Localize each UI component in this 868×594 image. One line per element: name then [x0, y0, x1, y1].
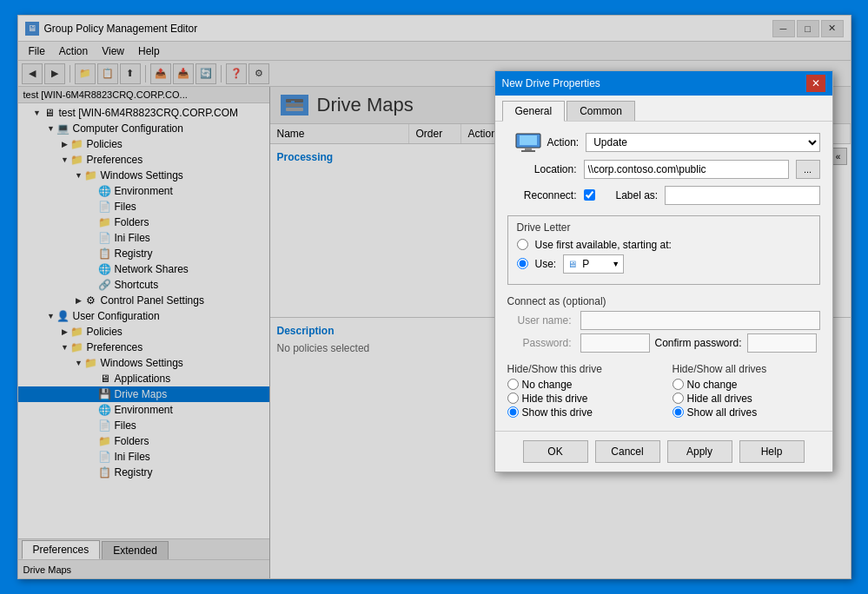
label-as-input[interactable]: [665, 186, 819, 205]
hide-all-label: Hide all drives: [687, 393, 752, 405]
new-drive-properties-dialog: New Drive Properties ✕ General Common: [494, 70, 833, 472]
confirm-password-input[interactable]: [747, 333, 817, 353]
username-label: User name:: [507, 314, 577, 327]
radio-use[interactable]: [517, 258, 528, 269]
no-change-2-label: No change: [687, 379, 738, 391]
radio-no-change-2-row: No change: [673, 379, 820, 391]
action-row: Action: Update Create Delete Replace: [507, 132, 820, 153]
dialog-body: Action: Update Create Delete Replace Loc…: [495, 122, 832, 431]
confirm-password-label: Confirm password:: [655, 337, 742, 349]
browse-button[interactable]: ...: [796, 160, 820, 179]
drive-letter-title: Drive Letter: [517, 221, 811, 234]
radio-hide-all-row: Hide all drives: [673, 393, 820, 405]
radio-first-available-row: Use first available, starting at:: [517, 239, 811, 251]
password-input[interactable]: [580, 333, 650, 353]
dialog-overlay: New Drive Properties ✕ General Common: [18, 16, 851, 578]
monitor-icon: [514, 132, 542, 153]
no-change-1-label: No change: [522, 379, 573, 391]
drive-letter-combo[interactable]: 🖥 P ▼: [563, 254, 624, 274]
ok-button[interactable]: OK: [523, 440, 588, 463]
radio-show-all-drives[interactable]: [673, 406, 684, 418]
radio-first-available-label: Use first available, starting at:: [535, 239, 672, 251]
dialog-close-button[interactable]: ✕: [806, 75, 825, 92]
reconnect-checkbox[interactable]: [584, 189, 595, 201]
radio-no-change-1[interactable]: [507, 379, 519, 390]
radio-show-all-row: Show all drives: [673, 406, 820, 419]
svg-rect-6: [525, 148, 532, 150]
hide-show-drive-group: Hide/Show this drive No change Hide this…: [507, 363, 655, 420]
help-button[interactable]: Help: [739, 440, 805, 463]
reconnect-label: Reconnect:: [507, 189, 577, 201]
label-as-label: Label as:: [616, 189, 659, 201]
reconnect-row: Reconnect: Label as:: [507, 186, 820, 205]
drive-letter-group: Drive Letter Use first available, starti…: [507, 215, 820, 285]
tab-general[interactable]: General: [502, 101, 566, 122]
svg-rect-5: [520, 135, 537, 145]
drive-letter-value: P: [582, 258, 589, 270]
location-row: Location: ...: [507, 160, 820, 179]
tab-common[interactable]: Common: [567, 101, 635, 121]
radio-use-row: Use: 🖥 P ▼: [517, 254, 811, 274]
dialog-titlebar: New Drive Properties ✕: [495, 71, 832, 96]
main-window: 🖥 Group Policy Management Editor ─ □ ✕ F…: [17, 15, 851, 579]
radio-hide-drive[interactable]: [507, 393, 519, 404]
hide-show-drive-title: Hide/Show this drive: [507, 363, 655, 375]
drive-letter-icon: 🖥: [567, 259, 577, 269]
radio-no-change-2[interactable]: [673, 379, 684, 390]
password-label: Password:: [507, 337, 577, 349]
dialog-title: New Drive Properties: [502, 77, 806, 89]
apply-button[interactable]: Apply: [667, 440, 732, 463]
radio-first-available[interactable]: [517, 239, 528, 250]
action-label: Action:: [547, 136, 580, 148]
dialog-tabs: General Common: [495, 96, 832, 122]
show-all-label: Show all drives: [687, 406, 758, 419]
action-select[interactable]: Update Create Delete Replace: [586, 133, 819, 152]
radio-hide-all-drives[interactable]: [673, 393, 684, 404]
dropdown-arrow-icon: ▼: [612, 260, 620, 268]
radio-hide-drive-row: Hide this drive: [507, 393, 655, 405]
show-drive-label: Show this drive: [522, 406, 593, 419]
cancel-button[interactable]: Cancel: [595, 440, 660, 463]
connect-as-grid: User name: Password: Confirm password:: [507, 311, 820, 353]
password-inputs: Confirm password:: [580, 333, 820, 353]
hide-show-container: Hide/Show this drive No change Hide this…: [507, 363, 820, 420]
radio-no-change-1-row: No change: [507, 379, 655, 391]
hide-drive-label: Hide this drive: [522, 393, 588, 405]
hide-show-all-group: Hide/Show all drives No change Hide all …: [673, 363, 820, 420]
connect-as-section: Connect as (optional) User name: Passwor…: [507, 295, 820, 353]
connect-as-title: Connect as (optional): [507, 295, 820, 307]
radio-show-drive-row: Show this drive: [507, 406, 655, 419]
username-input[interactable]: [580, 311, 820, 330]
location-input[interactable]: [584, 160, 789, 179]
svg-rect-7: [521, 150, 535, 152]
hide-show-all-title: Hide/Show all drives: [673, 363, 820, 375]
dialog-buttons: OK Cancel Apply Help: [495, 431, 832, 472]
location-label: Location:: [507, 163, 577, 175]
radio-use-label: Use:: [535, 258, 557, 270]
radio-show-drive[interactable]: [507, 406, 519, 418]
